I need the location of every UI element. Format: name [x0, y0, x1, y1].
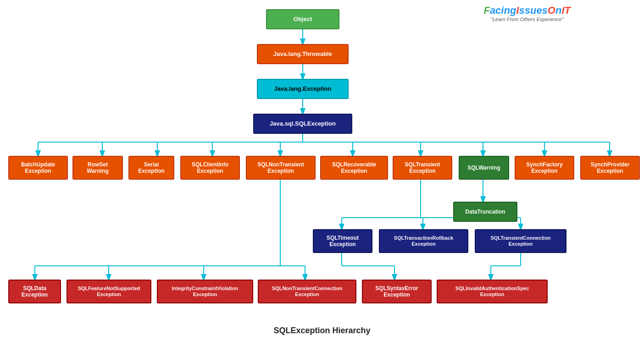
node-sqlnontransientconnection: SQLNonTransientConnectionException [258, 280, 356, 303]
diagram-container: FacingIssuesOnIT "Learn From Others Expe… [0, 0, 644, 341]
node-batchupdate: BatchUpdateException [8, 156, 68, 180]
node-rowset: RowSetWarning [72, 156, 123, 180]
node-throwable: Java.lang.Throwable [257, 44, 349, 64]
node-sqlfeaturenotsupported: SQLFeatureNotSupportedException [67, 280, 151, 303]
node-sqlrecoverable: SQLRecoverableException [320, 156, 388, 180]
node-sqlexception: Java.sql.SQLException [253, 114, 352, 134]
node-exception: Java.lang.Exception [257, 79, 349, 99]
node-object: Object [266, 9, 339, 29]
node-sqlclientinfo: SQLClientInfoException [180, 156, 240, 180]
node-sqltimeout: SQLTimeoutException [313, 229, 372, 253]
node-synchprovider: SynchProviderException [580, 156, 640, 180]
node-sqlwarning: SQLWarning [459, 156, 509, 180]
node-synchfactory: SynchFactoryException [515, 156, 574, 180]
page-title: SQLException Hierarchy [0, 326, 644, 336]
node-sqlsyntaxerror: SQLSyntaxErrorException [362, 280, 432, 303]
node-sqltransient: SQLTransientException [393, 156, 452, 180]
node-sqlnontransient: SQLNonTransientException [246, 156, 316, 180]
node-serial: SerialException [128, 156, 174, 180]
node-sqldata: SQLDataException [8, 280, 61, 303]
node-integrityconstraintviolation: IntegrityConstraintViolationException [157, 280, 253, 303]
node-sqlinvalidauthspec: SQLInvalidAuthenticationSpecException [437, 280, 548, 303]
node-sqltransientconnection: SQLTransientConnectionException [475, 229, 566, 253]
node-datatruncation: DataTruncation [453, 202, 517, 222]
logo-subtitle: "Learn From Others Experience" [483, 16, 571, 22]
node-sqltransactionrollback: SQLTransactionRollbackException [379, 229, 468, 253]
logo: FacingIssuesOnIT "Learn From Others Expe… [483, 5, 571, 22]
